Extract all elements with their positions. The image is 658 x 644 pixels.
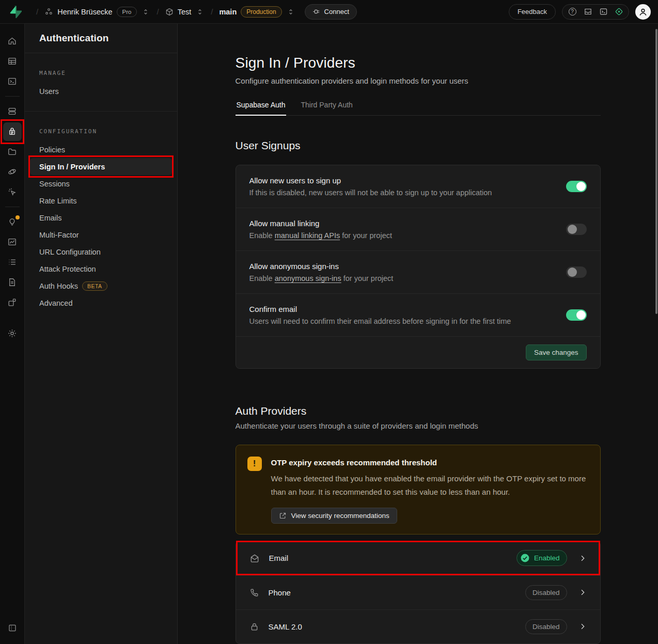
warning-body: We have detected that you have enabled t… bbox=[271, 472, 589, 499]
terminal-button[interactable] bbox=[597, 6, 610, 18]
connect-button[interactable]: Connect bbox=[305, 4, 357, 20]
rail-authentication-button[interactable] bbox=[3, 122, 22, 141]
setting-row-manual-linking: Allow manual linking Enable manual linki… bbox=[236, 208, 600, 250]
auth-providers-subtitle: Authenticate your users through a suite … bbox=[236, 421, 601, 430]
project-switcher-caret-icon[interactable] bbox=[195, 7, 205, 17]
sidebar-header: Authentication bbox=[25, 24, 177, 53]
warning-exclamation-icon: ! bbox=[247, 457, 262, 471]
status-badge-disabled: Disabled bbox=[525, 619, 567, 634]
sidebar-item-url-configuration[interactable]: URL Configuration bbox=[30, 243, 172, 260]
chevron-right-icon bbox=[578, 554, 587, 562]
rail-collapse-panel-button[interactable] bbox=[3, 619, 22, 637]
status-badge-enabled: Enabled bbox=[516, 550, 567, 566]
check-circle-icon bbox=[520, 553, 530, 563]
chevron-right-icon bbox=[578, 588, 587, 596]
anonymous-signins-toggle[interactable] bbox=[566, 266, 587, 278]
sidebar-item-label: Sign In / Providers bbox=[39, 163, 105, 171]
notifications-inbox-button[interactable] bbox=[581, 6, 594, 18]
allow-signups-toggle[interactable] bbox=[566, 181, 587, 192]
org-name: Henrik Brüsecke bbox=[57, 8, 112, 16]
tab-third-party-auth[interactable]: Third Party Auth bbox=[300, 98, 353, 115]
setting-title: Allow new users to sign up bbox=[249, 176, 492, 185]
page-subtitle: Configure authentication providers and l… bbox=[236, 76, 601, 85]
sidebar-item-emails[interactable]: Emails bbox=[30, 209, 172, 226]
sidebar-item-sign-in-providers[interactable]: Sign In / Providers bbox=[30, 158, 172, 175]
ai-assistant-button[interactable] bbox=[612, 6, 625, 18]
sidebar-item-label: Attack Protection bbox=[39, 265, 96, 273]
rail-realtime-button[interactable] bbox=[3, 183, 22, 201]
warning-action-label: View security recommendations bbox=[291, 512, 389, 520]
sidebar-item-sessions[interactable]: Sessions bbox=[30, 175, 172, 192]
rail-integrations-button[interactable] bbox=[3, 293, 22, 312]
rail-home-button[interactable] bbox=[3, 32, 22, 51]
feedback-button[interactable]: Feedback bbox=[509, 4, 556, 20]
sql-editor-icon bbox=[7, 76, 17, 86]
status-badge-disabled: Disabled bbox=[525, 585, 567, 600]
realtime-cursor-icon bbox=[7, 187, 17, 197]
reports-chart-icon bbox=[7, 237, 17, 247]
sidebar-item-policies[interactable]: Policies bbox=[30, 141, 172, 158]
ai-assistant-diamond-icon bbox=[615, 7, 623, 16]
organization-icon bbox=[44, 7, 53, 16]
sidebar-item-attack-protection[interactable]: Attack Protection bbox=[30, 260, 172, 277]
sidebar-item-label: Policies bbox=[39, 146, 65, 154]
inbox-icon bbox=[584, 7, 592, 16]
toggle-knob bbox=[576, 310, 586, 320]
rail-divider bbox=[5, 96, 20, 97]
rail-api-docs-button[interactable] bbox=[3, 273, 22, 292]
setting-row-anonymous-signins: Allow anonymous sign-ins Enable anonymou… bbox=[236, 250, 600, 293]
sidebar-item-users[interactable]: Users bbox=[30, 83, 172, 100]
rail-storage-button[interactable] bbox=[3, 143, 22, 161]
setting-description: Enable anonymous sign-ins for your proje… bbox=[249, 274, 394, 282]
breadcrumb-org[interactable]: Henrik Brüsecke Pro bbox=[44, 7, 150, 17]
setting-title: Allow manual linking bbox=[249, 219, 392, 228]
provider-row-saml[interactable]: SAML 2.0 Disabled bbox=[236, 609, 600, 643]
rail-database-button[interactable] bbox=[3, 102, 22, 121]
storage-icon bbox=[7, 147, 17, 156]
confirm-email-toggle[interactable] bbox=[566, 309, 587, 321]
sidebar-item-multi-factor[interactable]: Multi-Factor bbox=[30, 226, 172, 243]
status-label: Disabled bbox=[532, 623, 560, 631]
rail-advisors-button[interactable] bbox=[3, 213, 22, 231]
manual-linking-toggle[interactable] bbox=[566, 224, 587, 235]
rail-logs-button[interactable] bbox=[3, 253, 22, 272]
provider-row-email[interactable]: Email Enabled bbox=[236, 541, 600, 575]
supabase-logo-icon[interactable] bbox=[8, 5, 22, 19]
rail-edge-functions-button[interactable] bbox=[3, 163, 22, 181]
rail-reports-button[interactable] bbox=[3, 233, 22, 252]
save-changes-button[interactable]: Save changes bbox=[526, 344, 587, 360]
view-security-recommendations-button[interactable]: View security recommendations bbox=[271, 508, 397, 524]
sidebar-item-auth-hooks[interactable]: Auth Hooks BETA bbox=[30, 277, 172, 294]
manual-linking-apis-link[interactable]: manual linking APIs bbox=[275, 231, 340, 240]
rail-table-editor-button[interactable] bbox=[3, 52, 22, 71]
toggle-knob bbox=[568, 225, 577, 234]
tab-supabase-auth[interactable]: Supabase Auth bbox=[236, 98, 287, 115]
help-button[interactable]: ? bbox=[566, 6, 579, 18]
scrollbar-thumb[interactable] bbox=[655, 29, 657, 314]
edge-functions-icon bbox=[7, 167, 17, 177]
sidebar-item-label: Auth Hooks bbox=[39, 282, 78, 290]
sidebar-item-rate-limits[interactable]: Rate Limits bbox=[30, 192, 172, 209]
auth-sidebar: Authentication MANAGE Users CONFIGURATIO… bbox=[25, 24, 178, 644]
rail-sql-editor-button[interactable] bbox=[3, 72, 22, 91]
anonymous-signins-link[interactable]: anonymous sign-ins bbox=[275, 274, 341, 282]
breadcrumb-project[interactable]: Test bbox=[165, 7, 205, 17]
provider-row-phone[interactable]: Phone Disabled bbox=[236, 575, 600, 609]
desc-text: Enable bbox=[249, 231, 275, 240]
sidebar-item-advanced[interactable]: Advanced bbox=[30, 294, 172, 311]
branch-switcher-caret-icon[interactable] bbox=[286, 7, 295, 17]
org-switcher-caret-icon[interactable] bbox=[141, 7, 150, 17]
icon-rail bbox=[0, 24, 25, 644]
auth-lock-icon bbox=[7, 127, 17, 136]
desc-text: for your project bbox=[341, 274, 394, 282]
breadcrumb-branch[interactable]: main Production bbox=[219, 6, 295, 18]
topbar: / Henrik Brüsecke Pro / Test / ma bbox=[0, 0, 658, 24]
user-avatar[interactable] bbox=[635, 4, 651, 20]
user-icon bbox=[638, 7, 648, 17]
setting-row-allow-signups: Allow new users to sign up If this is di… bbox=[236, 165, 600, 208]
user-signups-heading: User Signups bbox=[236, 139, 601, 152]
table-editor-icon bbox=[7, 56, 17, 66]
card-footer: Save changes bbox=[236, 336, 600, 368]
breadcrumb-separator: / bbox=[35, 7, 39, 16]
rail-settings-button[interactable] bbox=[3, 324, 22, 342]
